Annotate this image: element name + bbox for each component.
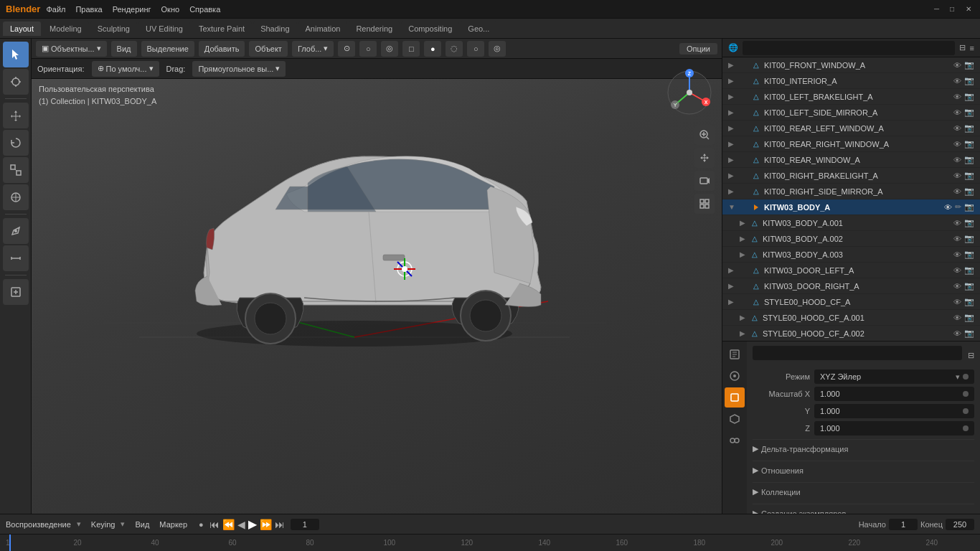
render-toggle[interactable]: 📷 <box>964 250 974 259</box>
edit-icon[interactable]: ✏ <box>955 202 961 212</box>
visibility-toggle[interactable]: 👁 <box>953 124 961 133</box>
filter-icon[interactable]: ⊟ <box>959 43 966 52</box>
render-toggle[interactable]: 📷 <box>964 297 974 306</box>
visibility-toggle[interactable]: 👁 <box>953 187 961 196</box>
menu-help[interactable]: Справка <box>189 5 220 14</box>
visibility-toggle[interactable]: 👁 <box>953 140 961 149</box>
visibility-toggle[interactable]: 👁 <box>953 329 961 338</box>
navigation-gizmo[interactable]: Z X Y <box>664 67 715 118</box>
options-button[interactable]: Опции <box>679 43 717 55</box>
move-tool-button[interactable] <box>3 103 29 128</box>
collections-toggle[interactable]: ▶ Коллекции <box>753 486 974 498</box>
render-toggle[interactable]: 📷 <box>964 92 974 101</box>
render-toggle[interactable]: 📷 <box>964 155 974 164</box>
tab-geo[interactable]: Geo... <box>461 22 496 36</box>
tab-modeling[interactable]: Modeling <box>42 22 89 36</box>
minimize-button[interactable]: ─ <box>934 5 943 14</box>
tab-uv-editing[interactable]: UV Editing <box>138 22 190 36</box>
outliner-item-kit00-rear-right[interactable]: ▶ △ KIT00_REAR_RIGHT_WINDOW_A 👁 📷 <box>722 136 980 152</box>
add-menu-button[interactable]: Добавить <box>199 41 245 57</box>
modifier-props-button[interactable] <box>725 409 745 429</box>
render-toggle[interactable]: 📷 <box>964 60 974 70</box>
delta-transform-toggle[interactable]: ▶ Дельта-трансформация <box>753 443 974 455</box>
outliner-item-kitw03-body-003[interactable]: ▶ △ KITW03_BODY_A.003 👁 📷 <box>722 247 980 263</box>
relations-toggle[interactable]: ▶ Отношения <box>753 464 974 476</box>
outliner-item-kit00-right-mirror[interactable]: ▶ △ KIT00_RIGHT_SIDE_MIRROR_A 👁 📷 <box>722 184 980 199</box>
object-props-button[interactable] <box>725 387 745 408</box>
viewport-3d[interactable]: ▣ Объектны... ▾ Вид Выделение Добавить О… <box>32 39 722 514</box>
keyframe-dot[interactable]: ● <box>199 520 204 529</box>
render-toggle[interactable]: 📷 <box>964 76 974 85</box>
sort-icon[interactable]: ≡ <box>970 44 974 52</box>
visibility-toggle[interactable]: 👁 <box>953 77 961 85</box>
render-toggle[interactable]: 📷 <box>964 218 974 227</box>
render-props-button[interactable] <box>725 366 745 386</box>
tab-layout[interactable]: Layout <box>3 22 41 36</box>
props-search-input[interactable] <box>753 346 962 360</box>
overlay-button[interactable]: ◎ <box>381 41 398 57</box>
step-back-button[interactable]: ⏪ <box>222 519 235 530</box>
visibility-toggle[interactable]: 👁 <box>953 219 961 227</box>
outliner-item-kit00-interior[interactable]: ▶ △ KIT00_INTERIOR_A 👁 📷 <box>722 73 980 89</box>
menu-file[interactable]: Файл <box>46 5 65 14</box>
render-toggle[interactable]: 📷 <box>964 329 974 338</box>
visibility-toggle[interactable]: 👁 <box>953 235 961 243</box>
scale-x-value[interactable]: 1.000 <box>814 387 974 401</box>
proportional-edit[interactable]: ○ <box>359 41 377 57</box>
outliner-item-kit00-front[interactable]: ▶ △ KIT00_FRONT_WINDOW_A 👁 📷 <box>722 57 980 73</box>
scale-y-value[interactable]: 1.000 <box>814 404 974 418</box>
visibility-toggle[interactable]: 👁 <box>953 156 961 164</box>
material-view[interactable]: ◎ <box>489 41 506 57</box>
car-scene[interactable] <box>32 79 722 514</box>
current-frame-display[interactable]: 1 <box>291 519 319 530</box>
visibility-toggle[interactable]: 👁 <box>953 108 961 117</box>
scene-props-button[interactable] <box>725 344 745 364</box>
playback-label[interactable]: Воспроизведение <box>6 520 71 529</box>
visibility-toggle[interactable]: 👁 <box>953 250 961 259</box>
play-back-button[interactable]: ◀ <box>237 519 245 530</box>
view-menu-button[interactable]: Вид <box>111 41 137 57</box>
outliner-search[interactable] <box>743 41 955 55</box>
end-frame-input[interactable]: 250 <box>946 519 974 530</box>
maximize-button[interactable]: □ <box>950 5 958 14</box>
pan-button[interactable] <box>694 148 715 168</box>
menu-window[interactable]: Окно <box>161 5 180 14</box>
outliner-item-style00-hood-002[interactable]: ▶ △ STYLE00_HOOD_CF_A.002 👁 📷 <box>722 326 980 342</box>
render-toggle[interactable]: 📷 <box>964 281 974 291</box>
visibility-toggle[interactable]: 👁 <box>953 282 961 291</box>
snap-button[interactable]: ⊙ <box>338 41 355 57</box>
keying-label[interactable]: Keying <box>91 520 116 529</box>
tab-rendering[interactable]: Rendering <box>349 22 400 36</box>
outliner-item-kitw03-body-001[interactable]: ▶ △ KITW03_BODY_A.001 👁 📷 <box>722 215 980 231</box>
select-tool-button[interactable] <box>3 42 29 67</box>
select-menu-button[interactable]: Выделение <box>141 41 194 57</box>
camera-view-button[interactable] <box>694 171 715 191</box>
outliner-item-kit00-right-brake[interactable]: ▶ △ KIT00_RIGHT_BRAKELIGHT_A 👁 📷 <box>722 168 980 184</box>
render-toggle[interactable]: 📷 <box>964 202 974 212</box>
outliner-item-kitw03-body-002[interactable]: ▶ △ KITW03_BODY_A.002 👁 📷 <box>722 231 980 247</box>
constraint-props-button[interactable] <box>725 430 745 451</box>
rendered-view[interactable]: ○ <box>467 41 484 57</box>
skip-to-end-button[interactable]: ⏭ <box>275 519 285 530</box>
visibility-toggle[interactable]: 👁 <box>953 93 961 101</box>
render-toggle[interactable]: 📷 <box>964 108 974 117</box>
tab-animation[interactable]: Animation <box>298 22 348 36</box>
rotate-tool-button[interactable] <box>3 130 29 156</box>
render-toggle[interactable]: 📷 <box>964 123 974 133</box>
instancing-toggle[interactable]: ▶ Создание экземпляров <box>753 507 974 514</box>
render-toggle[interactable]: 📷 <box>964 187 974 196</box>
mode-value[interactable]: XYZ Эйлер ▾ <box>814 369 974 384</box>
visibility-toggle[interactable]: 👁 <box>953 171 961 180</box>
object-menu-button[interactable]: Объект <box>249 41 287 57</box>
render-toggle[interactable]: 📷 <box>964 171 974 180</box>
play-button[interactable]: ▶ <box>248 517 257 531</box>
outliner-item-kit00-left-brake[interactable]: ▶ △ KIT00_LEFT_BRAKELIGHT_A 👁 📷 <box>722 89 980 105</box>
tab-sculpting[interactable]: Sculpting <box>90 22 137 36</box>
start-frame-input[interactable]: 1 <box>889 519 918 530</box>
render-toggle[interactable]: 📷 <box>964 234 974 243</box>
visibility-toggle[interactable]: 👁 <box>953 61 961 70</box>
view-label[interactable]: Вид <box>135 520 149 529</box>
scale-tool-button[interactable] <box>3 157 29 183</box>
step-fwd-button[interactable]: ⏩ <box>260 519 272 530</box>
scale-z-value[interactable]: 1.000 <box>814 421 974 435</box>
